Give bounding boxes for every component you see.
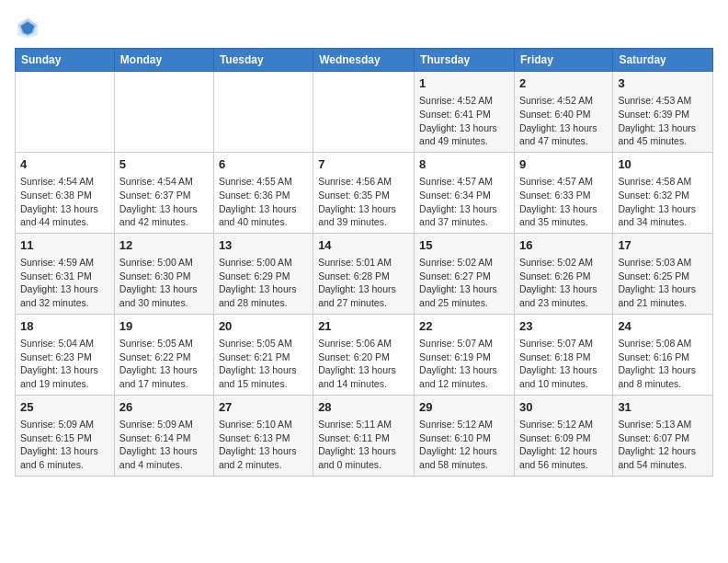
calendar-cell: 24Sunrise: 5:08 AMSunset: 6:16 PMDayligh… [613, 314, 713, 395]
cell-content-line: Sunset: 6:28 PM [318, 270, 409, 283]
cell-content-line: Sunrise: 5:09 AM [119, 418, 209, 431]
day-number: 15 [419, 237, 509, 254]
calendar-cell: 25Sunrise: 5:09 AMSunset: 6:15 PMDayligh… [16, 395, 115, 476]
cell-content-line: and 6 minutes. [20, 458, 109, 472]
calendar-table: SundayMondayTuesdayWednesdayThursdayFrid… [15, 48, 713, 477]
day-number: 3 [618, 75, 708, 92]
cell-content-line: Daylight: 13 hours [219, 363, 308, 377]
cell-content-line: Daylight: 13 hours [119, 202, 209, 216]
cell-content-line: Sunrise: 5:10 AM [219, 418, 308, 431]
page-header [15, 15, 713, 40]
day-number: 12 [119, 237, 209, 254]
cell-content-line: Sunset: 6:14 PM [119, 431, 209, 445]
day-number: 26 [119, 399, 209, 416]
cell-content-line: Sunrise: 5:11 AM [318, 418, 409, 431]
day-header-tuesday: Tuesday [213, 49, 313, 72]
calendar-cell: 5Sunrise: 4:54 AMSunset: 6:37 PMDaylight… [114, 152, 213, 233]
day-number: 20 [219, 318, 308, 335]
day-number: 14 [318, 237, 409, 254]
cell-content-line: Sunrise: 4:57 AM [419, 175, 509, 189]
cell-content-line: and 30 minutes. [119, 296, 209, 310]
calendar-cell: 29Sunrise: 5:12 AMSunset: 6:10 PMDayligh… [415, 395, 515, 476]
cell-content-line: Sunrise: 5:06 AM [318, 337, 409, 350]
cell-content-line: and 25 minutes. [419, 296, 509, 310]
cell-content-line: and 40 minutes. [219, 215, 308, 229]
cell-content-line: Sunrise: 5:05 AM [119, 337, 209, 350]
cell-content-line: Daylight: 13 hours [219, 282, 308, 296]
day-number: 28 [318, 399, 409, 416]
cell-content-line: and 45 minutes. [618, 134, 708, 148]
cell-content-line: and 14 minutes. [318, 377, 409, 391]
calendar-cell: 31Sunrise: 5:13 AMSunset: 6:07 PMDayligh… [613, 395, 713, 476]
cell-content-line: Sunrise: 5:13 AM [618, 418, 708, 431]
cell-content-line: Daylight: 13 hours [618, 282, 708, 296]
cell-content-line: Daylight: 13 hours [20, 444, 109, 458]
cell-content-line: Sunset: 6:30 PM [119, 270, 209, 283]
cell-content-line: Sunrise: 5:05 AM [219, 337, 308, 350]
cell-content-line: Sunset: 6:13 PM [219, 431, 308, 445]
calendar-cell: 3Sunrise: 4:53 AMSunset: 6:39 PMDaylight… [613, 72, 713, 153]
cell-content-line: and 34 minutes. [618, 215, 708, 229]
calendar-cell: 7Sunrise: 4:56 AMSunset: 6:35 PMDaylight… [313, 152, 415, 233]
cell-content-line: Sunrise: 4:53 AM [618, 94, 708, 108]
calendar-cell [313, 72, 415, 153]
cell-content-line: Daylight: 13 hours [318, 444, 409, 458]
cell-content-line: Sunset: 6:33 PM [519, 189, 608, 202]
cell-content-line: Daylight: 13 hours [519, 202, 608, 216]
day-number: 25 [20, 399, 109, 416]
cell-content-line: Daylight: 13 hours [219, 202, 308, 216]
cell-content-line: Sunrise: 5:01 AM [318, 256, 409, 270]
day-number: 16 [519, 237, 608, 254]
calendar-cell: 21Sunrise: 5:06 AMSunset: 6:20 PMDayligh… [313, 314, 415, 395]
cell-content-line: and 4 minutes. [119, 458, 209, 472]
day-number: 27 [219, 399, 308, 416]
cell-content-line: Sunset: 6:20 PM [318, 350, 409, 364]
cell-content-line: Sunset: 6:09 PM [519, 431, 608, 445]
calendar-cell [16, 72, 115, 153]
week-row-4: 18Sunrise: 5:04 AMSunset: 6:23 PMDayligh… [16, 314, 713, 395]
day-number: 7 [318, 156, 409, 173]
day-header-thursday: Thursday [415, 49, 515, 72]
cell-content-line: Sunrise: 5:03 AM [618, 256, 708, 270]
cell-content-line: and 39 minutes. [318, 215, 409, 229]
cell-content-line: Daylight: 13 hours [618, 363, 708, 377]
cell-content-line: Daylight: 13 hours [20, 282, 109, 296]
cell-content-line: and 56 minutes. [519, 458, 608, 472]
calendar-cell: 27Sunrise: 5:10 AMSunset: 6:13 PMDayligh… [213, 395, 313, 476]
calendar-cell: 19Sunrise: 5:05 AMSunset: 6:22 PMDayligh… [114, 314, 213, 395]
cell-content-line: Sunrise: 5:12 AM [519, 418, 608, 431]
day-number: 4 [20, 156, 109, 173]
cell-content-line: Sunset: 6:19 PM [419, 350, 509, 364]
cell-content-line: Daylight: 13 hours [519, 282, 608, 296]
cell-content-line: Sunset: 6:16 PM [618, 350, 708, 364]
cell-content-line: Sunset: 6:22 PM [119, 350, 209, 364]
cell-content-line: Sunrise: 4:54 AM [119, 175, 209, 189]
day-number: 19 [119, 318, 209, 335]
calendar-cell [114, 72, 213, 153]
cell-content-line: Sunrise: 5:07 AM [419, 337, 509, 350]
calendar-cell: 9Sunrise: 4:57 AMSunset: 6:33 PMDaylight… [514, 152, 612, 233]
cell-content-line: Sunrise: 5:00 AM [119, 256, 209, 270]
day-number: 6 [219, 156, 308, 173]
cell-content-line: Sunset: 6:35 PM [318, 189, 409, 202]
cell-content-line: Daylight: 13 hours [318, 202, 409, 216]
cell-content-line: Daylight: 13 hours [419, 202, 509, 216]
cell-content-line: Sunset: 6:37 PM [119, 189, 209, 202]
cell-content-line: Sunrise: 5:12 AM [419, 418, 509, 431]
cell-content-line: and 12 minutes. [419, 377, 509, 391]
cell-content-line: and 37 minutes. [419, 215, 509, 229]
cell-content-line: Daylight: 13 hours [119, 363, 209, 377]
logo [15, 15, 44, 40]
day-header-friday: Friday [514, 49, 612, 72]
cell-content-line: and 8 minutes. [618, 377, 708, 391]
cell-content-line: and 54 minutes. [618, 458, 708, 472]
day-number: 21 [318, 318, 409, 335]
calendar-cell: 11Sunrise: 4:59 AMSunset: 6:31 PMDayligh… [16, 233, 115, 314]
cell-content-line: Sunrise: 4:56 AM [318, 175, 409, 189]
cell-content-line: Sunrise: 5:08 AM [618, 337, 708, 350]
cell-content-line: and 0 minutes. [318, 458, 409, 472]
cell-content-line: Daylight: 13 hours [519, 121, 608, 135]
calendar-cell: 30Sunrise: 5:12 AMSunset: 6:09 PMDayligh… [514, 395, 612, 476]
calendar-cell: 10Sunrise: 4:58 AMSunset: 6:32 PMDayligh… [613, 152, 713, 233]
cell-content-line: Daylight: 13 hours [219, 444, 308, 458]
